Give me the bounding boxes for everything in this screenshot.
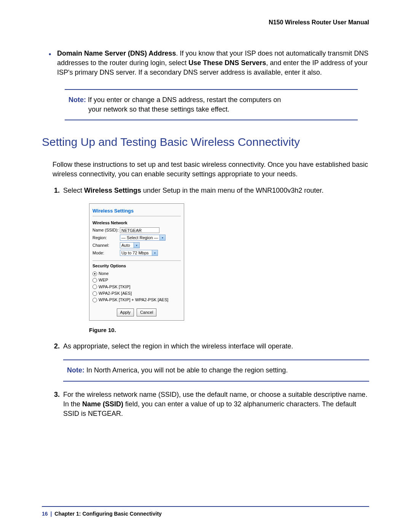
dns-bullet: Domain Name Server (DNS) Address. If you…: [42, 49, 369, 78]
region-row: Region: — Select Region — ▾: [92, 235, 181, 241]
radio-icon: [92, 272, 97, 276]
steps-list: Select Wireless Settings under Setup in …: [53, 186, 369, 419]
opt-wpa2-aes: WPA2-PSK [AES]: [99, 291, 132, 296]
mode-row: Mode: Up to 72 Mbps ▾: [92, 250, 181, 256]
radio-icon: [92, 284, 97, 289]
step1-bold: Wireless Settings: [84, 187, 141, 194]
region-value: — Select Region —: [121, 235, 158, 241]
radio-wpa-mixed[interactable]: WPA-PSK [TKIP] + WPA2-PSK [AES]: [92, 297, 181, 303]
manual-title: N150 Wireless Router User Manual: [42, 19, 369, 26]
step3-bold: Name (SSID): [82, 400, 123, 408]
step2-text: As appropriate, select the region in whi…: [63, 342, 293, 350]
step-1: Select Wireless Settings under Setup in …: [62, 186, 369, 334]
step-2: As appropriate, select the region in whi…: [62, 342, 369, 381]
note-box-region: Note: In North America, you will not be …: [63, 359, 369, 381]
note1-line2: your network so that these settings take…: [68, 105, 354, 114]
opt-wpa-tkip: WPA-PSK [TKIP]: [99, 284, 131, 290]
wireless-settings-screenshot: Wireless Settings Wireless Network Name …: [89, 203, 184, 321]
opt-none: None: [99, 271, 108, 276]
ssid-label: Name (SSID):: [92, 227, 120, 233]
security-heading: Security Options: [92, 263, 181, 269]
cancel-button[interactable]: Cancel: [137, 308, 156, 316]
channel-value: Auto: [121, 243, 130, 248]
radio-icon: [92, 291, 97, 296]
channel-row: Channel: Auto ▾: [92, 242, 181, 248]
mode-select[interactable]: Up to 72 Mbps ▾: [120, 250, 158, 256]
mode-label: Mode:: [92, 250, 120, 256]
channel-select[interactable]: Auto ▾: [120, 242, 140, 248]
note2-text: In North America, you will not be able t…: [86, 366, 288, 374]
note-box-dns: Note: If you enter or change a DNS addre…: [65, 89, 358, 120]
ssid-input[interactable]: [120, 227, 159, 233]
step1-post: under Setup in the main menu of the WNR1…: [141, 187, 323, 194]
channel-label: Channel:: [92, 243, 120, 248]
region-label: Region:: [92, 235, 120, 241]
opt-wpa-mixed: WPA-PSK [TKIP] + WPA2-PSK [AES]: [99, 297, 168, 303]
radio-none[interactable]: None: [92, 271, 181, 276]
radio-wpa2-aes[interactable]: WPA2-PSK [AES]: [92, 291, 181, 296]
note-label: Note:: [68, 96, 86, 104]
dns-bold-mid: Use These DNS Servers: [188, 59, 266, 67]
divider: [92, 216, 181, 216]
radio-icon: [92, 278, 97, 283]
footer-rule: [42, 506, 369, 507]
chevron-down-icon: ▾: [152, 250, 158, 256]
intro-paragraph: Follow these instructions to set up and …: [53, 160, 369, 179]
apply-button[interactable]: Apply: [117, 308, 134, 316]
mode-value: Up to 72 Mbps: [121, 250, 149, 256]
ssid-row: Name (SSID):: [92, 227, 181, 233]
radio-wep[interactable]: WEP: [92, 277, 181, 283]
chevron-down-icon: ▾: [134, 243, 139, 248]
security-options: Security Options None WEP WPA-PSK [TKIP]: [92, 260, 181, 303]
section-heading: Setting Up and Testing Basic Wireless Co…: [42, 136, 369, 149]
footer-separator: |: [50, 511, 52, 517]
wireless-network-heading: Wireless Network: [92, 220, 181, 226]
region-select[interactable]: — Select Region — ▾: [120, 235, 166, 241]
router-buttons: Apply Cancel: [92, 308, 181, 316]
step1-pre: Select: [63, 187, 84, 194]
router-title: Wireless Settings: [92, 208, 181, 214]
page-footer: 16 | Chapter 1: Configuring Basic Connec…: [42, 506, 369, 517]
figure-caption: Figure 10.: [89, 326, 369, 334]
dns-bold-lead: Domain Name Server (DNS) Address: [57, 50, 176, 57]
step-3: For the wireless network name (SSID), us…: [62, 390, 369, 419]
chevron-down-icon: ▾: [159, 235, 165, 240]
chapter-title: Chapter 1: Configuring Basic Connectivit…: [54, 511, 162, 517]
radio-wpa-tkip[interactable]: WPA-PSK [TKIP]: [92, 284, 181, 290]
note1-line1: If you enter or change a DNS address, re…: [88, 96, 281, 104]
opt-wep: WEP: [99, 277, 108, 283]
page-number: 16: [42, 511, 48, 517]
note-label: Note:: [67, 366, 84, 374]
radio-icon: [92, 298, 97, 302]
